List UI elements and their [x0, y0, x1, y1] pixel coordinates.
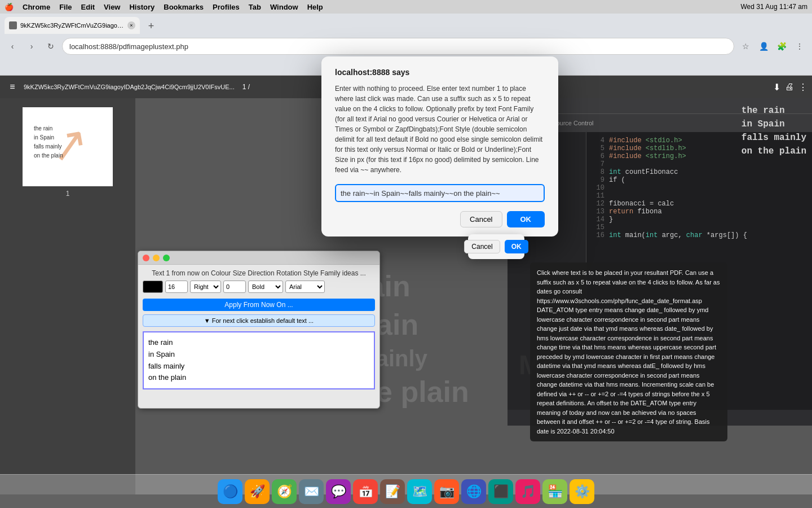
alert-input[interactable]: [335, 184, 545, 202]
menubar-clock: Wed 31 Aug 11:47 am: [740, 3, 807, 11]
reload-button[interactable]: ↻: [43, 38, 59, 54]
pdf-download-button[interactable]: ⬇: [773, 82, 780, 93]
pdf-menu-button[interactable]: ≡: [5, 79, 20, 95]
menu-edit[interactable]: Edit: [81, 3, 95, 11]
dock-calendar-icon[interactable]: 📅: [353, 479, 378, 504]
code-line-13: 13 return fibona: [591, 208, 807, 216]
tool-maximize-light[interactable]: [163, 255, 170, 261]
preview-line-3: falls mainly: [148, 361, 369, 373]
family-select[interactable]: Arial Courier Helvetica Times: [285, 281, 325, 293]
tab-title: 9kKZW5kc3RyZWFtCmVuZG9iagoyIDAgb2JqCjw8C…: [20, 22, 124, 29]
code-line-10: 10: [591, 184, 807, 192]
apply-from-now-on-button[interactable]: Apply From Now On ...: [143, 299, 375, 311]
menu-bookmarks[interactable]: Bookmarks: [164, 3, 204, 11]
dock-appstore-icon[interactable]: 🏪: [542, 479, 567, 504]
menu-tab[interactable]: Tab: [249, 3, 261, 11]
pdf-print-button[interactable]: 🖨: [785, 82, 794, 92]
dock-messages-icon[interactable]: 💬: [326, 479, 351, 504]
preview-line-2: in Spain: [148, 349, 369, 361]
extensions-button[interactable]: 🧩: [774, 38, 789, 54]
apple-menu[interactable]: 🍎: [5, 3, 14, 11]
rotation-input[interactable]: [223, 281, 246, 293]
pdf-toolbar-right: ⬇ 🖨 ⋮: [773, 82, 807, 93]
dock: 🔵 🚀 🧭 ✉️ 💬 📅 📝 🗺️ 📷 🌐 ⬛ 🎵 🏪 ⚙️: [0, 474, 812, 508]
tool-window-titlebar: [138, 251, 379, 265]
code-line-7: 7: [591, 160, 807, 168]
bookmark-star-button[interactable]: ☆: [738, 38, 753, 54]
tab-favicon: [9, 21, 17, 29]
dock-photos-icon[interactable]: 📷: [434, 479, 459, 504]
dock-finder-icon[interactable]: 🔵: [218, 479, 242, 504]
tool-minimize-light[interactable]: [153, 255, 160, 261]
tool-controls-row: Right Left Up Down Bold Normal Italic Ar…: [143, 281, 375, 293]
dock-music-icon[interactable]: 🎵: [515, 479, 540, 504]
dock-mail-icon[interactable]: ✉️: [299, 479, 324, 504]
next-click-label: ▼ For next click establish default text …: [143, 314, 375, 327]
confirm-cancel-button[interactable]: Cancel: [464, 240, 500, 253]
tool-close-light[interactable]: [143, 255, 149, 261]
browser-tab-active[interactable]: 9kKZW5kc3RyZWFtCmVuZG9iagoyIDAgb2JqCjw8C…: [5, 17, 140, 34]
tool-window-content: Text 1 from now on Colour Size Direction…: [138, 265, 379, 394]
dock-notes-icon[interactable]: 📝: [380, 479, 405, 504]
code-line-16: 16int main(int argc, char *args[]) {: [591, 231, 807, 239]
preview-line-4: on the plain: [148, 372, 369, 384]
pdf-more-button[interactable]: ⋮: [798, 82, 807, 93]
rain-line-3: falls mainly: [742, 132, 806, 144]
menu-file[interactable]: File: [59, 3, 72, 11]
color-picker[interactable]: [143, 281, 163, 293]
moodle-page-text: Moodle Page: [519, 349, 686, 380]
code-line-15: 15: [591, 224, 807, 231]
tab-bar: 9kKZW5kc3RyZWFtCmVuZG9iagoyIDAgb2JqCjw8C…: [0, 14, 812, 34]
size-input[interactable]: [165, 281, 188, 293]
xcode-source-tab[interactable]: Source Control: [552, 120, 593, 126]
address-bar[interactable]: localhost:8888/pdfimageplustext.php: [62, 38, 734, 55]
pdf-thumbnail[interactable]: ↗ the rainin Spainfalls mainlyon the pla…: [23, 107, 113, 186]
menu-help[interactable]: Help: [307, 3, 323, 11]
address-text: localhost:8888/pdfimageplustext.php: [69, 42, 188, 51]
dock-maps-icon[interactable]: 🗺️: [407, 479, 432, 504]
pdf-toolbar-left: ≡ 9kKZW5kc3RyZWFtCmVuZG9iagoyIDAgb2JqCjw…: [5, 79, 250, 95]
menu-profiles[interactable]: Profiles: [213, 3, 240, 11]
style-select[interactable]: Bold Normal Italic: [248, 281, 283, 293]
confirm-dialog: Cancel OK: [468, 234, 524, 259]
dock-system-prefs-icon[interactable]: ⚙️: [570, 479, 594, 504]
profile-button[interactable]: 👤: [756, 38, 771, 54]
confirm-ok-button[interactable]: OK: [505, 240, 528, 253]
alert-ok-button[interactable]: OK: [507, 211, 545, 227]
preview-line-1: the rain: [148, 337, 369, 349]
menu-window[interactable]: Window: [270, 3, 298, 11]
thumb-rain-text: the rainin Spainfalls mainlyon the plain: [34, 124, 63, 160]
rain-line-4: on the plain: [742, 144, 806, 158]
pdf-sidebar: ↗ the rainin Spainfalls mainlyon the pla…: [0, 98, 135, 494]
new-tab-button[interactable]: +: [143, 18, 159, 34]
code-line-12: 12 fibonacci = calc: [591, 200, 807, 208]
pdf-title: 9kKZW5kc3RyZWFtCmVuZG9iagoyIDAgb2JqCjw4C…: [24, 84, 235, 90]
forward-button[interactable]: ›: [24, 38, 39, 54]
dock-launchpad-icon[interactable]: 🚀: [245, 479, 270, 504]
alert-body: Enter with nothing to proceed. Else ente…: [335, 84, 545, 175]
menubar: 🍎 Chrome File Edit View History Bookmark…: [0, 0, 812, 14]
code-line-8: 8int countFibonacc: [591, 168, 807, 176]
alert-title: localhost:8888 says: [335, 68, 545, 77]
code-line-11: 11: [591, 192, 807, 200]
direction-select[interactable]: Right Left Up Down: [190, 281, 221, 293]
app-name[interactable]: Chrome: [23, 3, 50, 11]
pdf-thumb-label: 1: [9, 190, 126, 198]
menu-history[interactable]: History: [129, 3, 155, 11]
dock-terminal-icon[interactable]: ⬛: [488, 479, 513, 504]
pdf-page-info: 1 /: [242, 83, 250, 91]
tab-close-button[interactable]: ×: [127, 21, 135, 29]
dock-safari-icon[interactable]: 🧭: [272, 479, 297, 504]
dock-chrome-icon[interactable]: 🌐: [461, 479, 486, 504]
back-button[interactable]: ‹: [5, 38, 20, 54]
alert-buttons: Cancel OK: [335, 211, 545, 227]
code-line-9: 9 if (: [591, 176, 807, 184]
nav-bar: ‹ › ↻ localhost:8888/pdfimageplustext.ph…: [0, 34, 812, 59]
menu-view[interactable]: View: [104, 3, 120, 11]
more-button[interactable]: ⋮: [792, 38, 807, 54]
nav-icons: ☆ 👤 🧩 ⋮: [738, 38, 807, 54]
preview-text-box: the rain in Spain falls mainly on the pl…: [143, 331, 375, 389]
tool-window: Text 1 from now on Colour Size Direction…: [138, 251, 380, 409]
tool-title-text: Text 1 from now on Colour Size Direction…: [143, 269, 375, 277]
alert-cancel-button[interactable]: Cancel: [460, 211, 502, 227]
